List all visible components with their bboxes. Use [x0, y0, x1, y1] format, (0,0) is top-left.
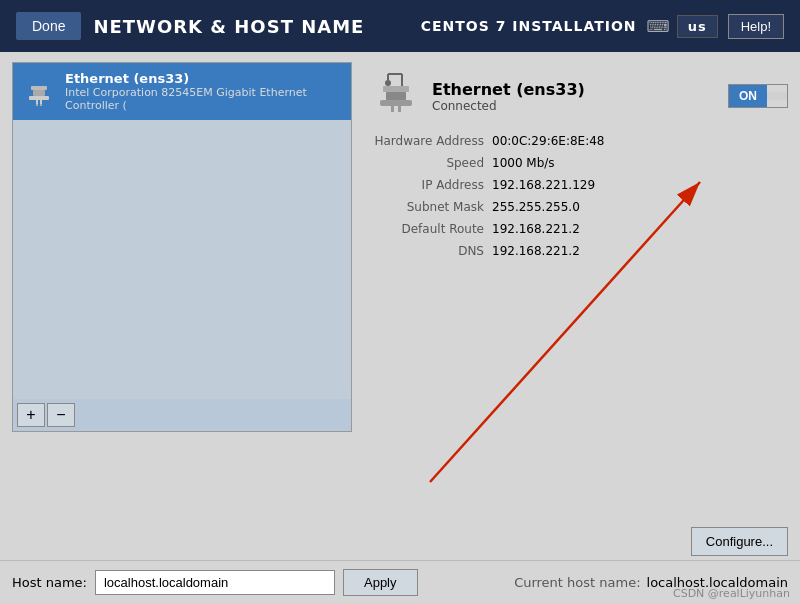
svg-rect-3 — [36, 100, 38, 104]
dns-row: DNS 192.168.221.2 — [372, 244, 788, 258]
installation-title: CENTOS 7 INSTALLATION — [421, 18, 637, 34]
add-device-button[interactable]: + — [17, 403, 45, 427]
header-right: CENTOS 7 INSTALLATION ⌨ us Help! — [421, 14, 784, 39]
speed-label: Speed — [372, 156, 492, 170]
right-panel: Ethernet (ens33) Connected ON Hardware A — [372, 62, 788, 560]
device-list-empty — [12, 120, 352, 399]
ethernet-icon — [372, 72, 420, 120]
page-title: NETWORK & HOST NAME — [93, 16, 364, 37]
device-description: Intel Corporation 82545EM Gigabit Ethern… — [65, 86, 341, 112]
svg-rect-2 — [31, 86, 47, 90]
help-button[interactable]: Help! — [728, 14, 784, 39]
route-value: 192.168.221.2 — [492, 222, 580, 236]
ip-label: IP Address — [372, 178, 492, 192]
remove-device-button[interactable]: − — [47, 403, 75, 427]
hostname-label: Host name: — [12, 575, 87, 590]
configure-button[interactable]: Configure... — [691, 527, 788, 556]
speed-row: Speed 1000 Mb/s — [372, 156, 788, 170]
current-hostname-label: Current host name: — [514, 575, 640, 590]
language-display: us — [677, 15, 718, 38]
hardware-address-value: 00:0C:29:6E:8E:48 — [492, 134, 604, 148]
ethernet-status: Connected — [432, 99, 585, 113]
apply-button[interactable]: Apply — [343, 569, 418, 596]
svg-rect-1 — [33, 90, 45, 96]
hardware-address-row: Hardware Address 00:0C:29:6E:8E:48 — [372, 134, 788, 148]
svg-point-12 — [385, 80, 391, 86]
device-list: Ethernet (ens33) Intel Corporation 82545… — [12, 62, 352, 120]
device-actions: + − — [12, 399, 352, 432]
watermark: CSDN @realLiyunhan — [673, 587, 790, 600]
toggle-off-button[interactable] — [767, 92, 787, 100]
route-row: Default Route 192.168.221.2 — [372, 222, 788, 236]
ethernet-title-area: Ethernet (ens33) Connected — [372, 72, 585, 120]
subnet-label: Subnet Mask — [372, 200, 492, 214]
svg-rect-10 — [391, 106, 394, 112]
left-panel: Ethernet (ens33) Intel Corporation 82545… — [12, 62, 352, 560]
svg-rect-7 — [380, 100, 412, 106]
toggle-switch[interactable]: ON — [728, 84, 788, 108]
main-content: Ethernet (ens33) Intel Corporation 82545… — [0, 52, 800, 604]
network-info: Hardware Address 00:0C:29:6E:8E:48 Speed… — [372, 134, 788, 266]
ip-value: 192.168.221.129 — [492, 178, 595, 192]
ethernet-header: Ethernet (ens33) Connected ON — [372, 72, 788, 120]
keyboard-area: ⌨ us — [647, 15, 718, 38]
ethernet-name-status: Ethernet (ens33) Connected — [432, 80, 585, 113]
device-name: Ethernet (ens33) — [65, 71, 341, 86]
subnet-row: Subnet Mask 255.255.255.0 — [372, 200, 788, 214]
ethernet-name: Ethernet (ens33) — [432, 80, 585, 99]
toggle-on-button[interactable]: ON — [729, 85, 767, 107]
ethernet-device-icon — [23, 76, 55, 108]
dns-value: 192.168.221.2 — [492, 244, 580, 258]
done-button[interactable]: Done — [16, 12, 81, 40]
subnet-value: 255.255.255.0 — [492, 200, 580, 214]
device-item-ens33[interactable]: Ethernet (ens33) Intel Corporation 82545… — [13, 63, 351, 120]
dns-label: DNS — [372, 244, 492, 258]
speed-value: 1000 Mb/s — [492, 156, 555, 170]
device-info: Ethernet (ens33) Intel Corporation 82545… — [65, 71, 341, 112]
ip-row: IP Address 192.168.221.129 — [372, 178, 788, 192]
hardware-address-label: Hardware Address — [372, 134, 492, 148]
svg-rect-0 — [29, 96, 49, 100]
svg-rect-11 — [398, 106, 401, 112]
hostname-input[interactable] — [95, 570, 335, 595]
hostname-left: Host name: Apply — [12, 569, 418, 596]
route-label: Default Route — [372, 222, 492, 236]
svg-rect-4 — [40, 100, 42, 104]
svg-rect-9 — [383, 86, 409, 92]
header: Done NETWORK & HOST NAME CENTOS 7 INSTAL… — [0, 0, 800, 52]
svg-rect-8 — [386, 92, 406, 100]
keyboard-icon: ⌨ — [647, 17, 671, 36]
